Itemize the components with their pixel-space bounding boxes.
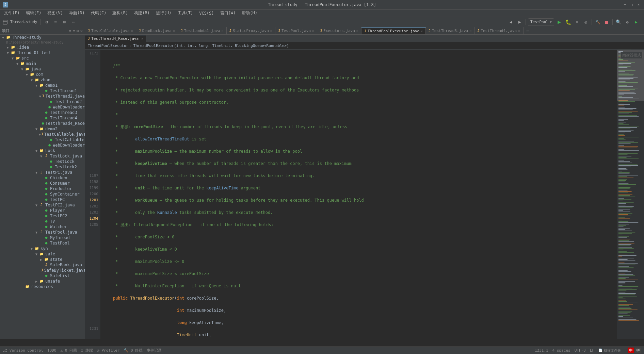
sidebar-item-com[interactable]: ▼ 📁 com bbox=[0, 72, 85, 77]
sidebar-item-testpc2java[interactable]: ▼ J TestPC2.java bbox=[0, 202, 85, 208]
menu-run[interactable]: 运行(U) bbox=[153, 10, 174, 17]
tab-testpool[interactable]: J TestPool.java ✕ bbox=[275, 27, 317, 34]
reading-mode-label[interactable]: 阅读器模式 bbox=[621, 52, 643, 59]
tab-executors[interactable]: J Executors.java ✕ bbox=[317, 27, 361, 34]
sidebar-item-safelist[interactable]: ▶ ● SafeList bbox=[0, 273, 85, 279]
sidebar-item-chicken[interactable]: ▶ ● Chicken bbox=[0, 175, 85, 181]
sidebar-item-resources[interactable]: ▶ 📁 resources bbox=[0, 284, 85, 289]
bc-class[interactable]: ThreadPoolExecutor bbox=[88, 44, 128, 48]
sidebar-item-state[interactable]: ▶ 📁 state bbox=[0, 257, 85, 262]
menu-navigate[interactable]: 导航(N) bbox=[66, 10, 87, 17]
tab-close-testthread3[interactable]: ✕ bbox=[469, 29, 471, 33]
code-content[interactable]: /** * Creates a new ThreadPoolExecutor w… bbox=[100, 50, 617, 339]
coverage-button[interactable]: ⊕ bbox=[573, 18, 581, 26]
sidebar-item-testcallable[interactable]: ▶ ● TestCallable bbox=[0, 137, 85, 142]
sidebar-close-icon[interactable]: ✕ bbox=[80, 29, 83, 33]
sidebar-item-testthread1[interactable]: ▶ ● TestThread1 bbox=[0, 88, 85, 94]
run-config-selector[interactable]: TestPool ▼ bbox=[528, 18, 554, 26]
menu-window[interactable]: 窗口(W) bbox=[218, 10, 239, 17]
build-button[interactable]: 🔨 bbox=[594, 18, 601, 26]
run-button[interactable]: ▶ bbox=[556, 18, 563, 26]
toolbar-more-btn[interactable]: ⋯ bbox=[69, 18, 77, 26]
minimize-button[interactable]: ─ bbox=[622, 2, 628, 7]
sidebar-item-idea[interactable]: ▶ 📁 .idea bbox=[0, 45, 85, 50]
status-event-log[interactable]: 事件记录 bbox=[147, 348, 162, 353]
tab-testcallable[interactable]: J TestCallable.java ✕ bbox=[85, 27, 136, 34]
tab-close-staticproxy[interactable]: ✕ bbox=[270, 29, 272, 33]
menu-file[interactable]: 文件(F) bbox=[1, 10, 22, 17]
sidebar-item-demo2[interactable]: ▼ 📁 demo2 bbox=[0, 126, 85, 132]
sidebar-item-root[interactable]: ▼ 📁 Thread-study bbox=[0, 35, 85, 40]
tab-staticproxy[interactable]: J StaticProxy.java ✕ bbox=[227, 27, 275, 34]
menu-view[interactable]: 视图(V) bbox=[45, 10, 66, 17]
sidebar-item-consumer[interactable]: ▶ ● Consumer bbox=[0, 181, 85, 186]
toolbar-settings-btn[interactable]: ⚙ bbox=[43, 18, 50, 26]
tab-close-executors[interactable]: ✕ bbox=[356, 29, 358, 33]
sidebar-item-testpc[interactable]: ▶ ● TestPC bbox=[0, 197, 85, 202]
sidebar-item-src[interactable]: ▼ 📂 src bbox=[0, 55, 85, 61]
menu-tools[interactable]: 工具(T) bbox=[175, 10, 196, 17]
sidebar-item-testpool[interactable]: ▶ ● TestPool bbox=[0, 240, 85, 246]
sidebar-item-unsafe[interactable]: ▶ 📁 unsafe bbox=[0, 279, 85, 284]
tab-testthread4[interactable]: J TestThread4.java ✕ bbox=[474, 27, 523, 34]
sidebar-item-testlock2[interactable]: ▶ ● TestLock2 bbox=[0, 164, 85, 170]
status-profiler[interactable]: ◎ Profiler bbox=[97, 348, 119, 353]
menu-refactor[interactable]: 重构(R) bbox=[110, 10, 131, 17]
sidebar-item-zhao[interactable]: ▼ 📁 zhao bbox=[0, 77, 85, 83]
profile-button[interactable]: ◎ bbox=[582, 18, 590, 26]
status-encoding[interactable]: UTF-8 bbox=[575, 348, 586, 353]
sidebar-item-main[interactable]: ▼ 📁 main bbox=[0, 61, 85, 66]
menu-edit[interactable]: 编辑(E) bbox=[23, 10, 44, 17]
sidebar-item-testlock[interactable]: ▶ ● TestLock bbox=[0, 159, 85, 164]
sidebar-item-testthread3[interactable]: ▶ ● TestThread3 bbox=[0, 110, 85, 115]
tab-close-testlambda1[interactable]: ✕ bbox=[222, 29, 224, 33]
sidebar-item-productor[interactable]: ▶ ● Productor bbox=[0, 186, 85, 191]
sidebar-settings-icon[interactable]: ⚙ bbox=[69, 29, 71, 33]
sec-tab-close[interactable]: ✕ bbox=[141, 37, 143, 40]
maximize-button[interactable]: □ bbox=[629, 2, 634, 7]
sidebar-item-demo1[interactable]: ▼ 📁 demo1 bbox=[0, 83, 85, 88]
toolbar-tree-btn[interactable]: ≡ bbox=[52, 18, 59, 26]
sidebar-item-testpc2[interactable]: ▶ ● TestPC2 bbox=[0, 213, 85, 219]
status-cursor-pos[interactable]: 1231:1 bbox=[535, 348, 548, 353]
debug-button[interactable]: 🐛 bbox=[564, 18, 572, 26]
tab-close-threadpoolexecutor[interactable]: ✕ bbox=[421, 29, 423, 33]
sec-tab-testthread4race[interactable]: J TestThread4_Race.java ✕ bbox=[85, 35, 146, 42]
stop-button[interactable]: ■ bbox=[603, 18, 610, 26]
sidebar-item-thread01[interactable]: ▼ 📁 Thread-01-test bbox=[0, 50, 85, 55]
sidebar-item-testpcjava[interactable]: ▼ J TestPC.java bbox=[0, 170, 85, 175]
search-button[interactable]: 🔍 bbox=[615, 18, 622, 26]
sidebar-item-testthread2java[interactable]: ▼ J TestThread2.java bbox=[0, 94, 85, 99]
status-indent[interactable]: 4 spaces bbox=[552, 348, 570, 353]
sidebar-item-testpooljava[interactable]: ▼ J TestPool.java bbox=[0, 230, 85, 235]
sidebar-item-syncontainer[interactable]: ▶ ● SynContainer bbox=[0, 191, 85, 197]
menu-vcs[interactable]: VCS(S) bbox=[196, 10, 216, 16]
tab-deadlock[interactable]: J DeadLock.java ✕ bbox=[136, 27, 178, 34]
tab-close-testcallable[interactable]: ✕ bbox=[131, 29, 133, 33]
toolbar-extra-btn[interactable]: ▶ bbox=[632, 18, 640, 26]
tab-close-deadlock[interactable]: ✕ bbox=[173, 29, 175, 33]
status-terminal[interactable]: ⊡ 终端 bbox=[81, 348, 93, 353]
status-todo[interactable]: TODO bbox=[47, 348, 57, 353]
toolbar-project-btn[interactable] bbox=[1, 18, 9, 26]
tab-testlambda1[interactable]: J TestLambda1.java ✕ bbox=[178, 27, 227, 34]
sidebar-item-syn[interactable]: ▼ 📁 syn bbox=[0, 246, 85, 251]
menu-help[interactable]: 帮助(H) bbox=[239, 10, 260, 17]
sidebar-item-player[interactable]: ▶ ● Player bbox=[0, 208, 85, 213]
status-line-separator[interactable]: LF bbox=[590, 348, 594, 353]
sidebar-item-testlockjava[interactable]: ▼ J TestLock.java bbox=[0, 153, 85, 159]
sidebar-item-testthread2[interactable]: ▶ ● TestThread2 bbox=[0, 99, 85, 104]
status-build[interactable]: 🔨 0 终端 bbox=[124, 348, 143, 353]
sidebar-item-safebankjava[interactable]: ▶ J SafeBank.java bbox=[0, 262, 85, 268]
toolbar-split-btn[interactable]: ⊞ bbox=[61, 18, 68, 26]
sidebar-expand-icon[interactable]: ≡ bbox=[73, 29, 75, 33]
sidebar-item-webdownloader2[interactable]: ▶ ● WebDownloader bbox=[0, 142, 85, 148]
toolbar-navigate-fwd[interactable]: ▶ bbox=[516, 18, 524, 26]
sidebar-item-lock[interactable]: ▼ 📁 Lock bbox=[0, 148, 85, 153]
settings-global-btn[interactable]: ⚙ bbox=[624, 18, 631, 26]
sidebar-item-tv[interactable]: ▶ ● TV bbox=[0, 219, 85, 224]
status-version-control[interactable]: ⎇ Version Control bbox=[3, 348, 43, 353]
sidebar-item-safe[interactable]: ▼ 📁 safe bbox=[0, 251, 85, 257]
close-button[interactable]: ✕ bbox=[636, 2, 641, 7]
sidebar-item-testthread4[interactable]: ▶ ● TestThread4 bbox=[0, 115, 85, 121]
